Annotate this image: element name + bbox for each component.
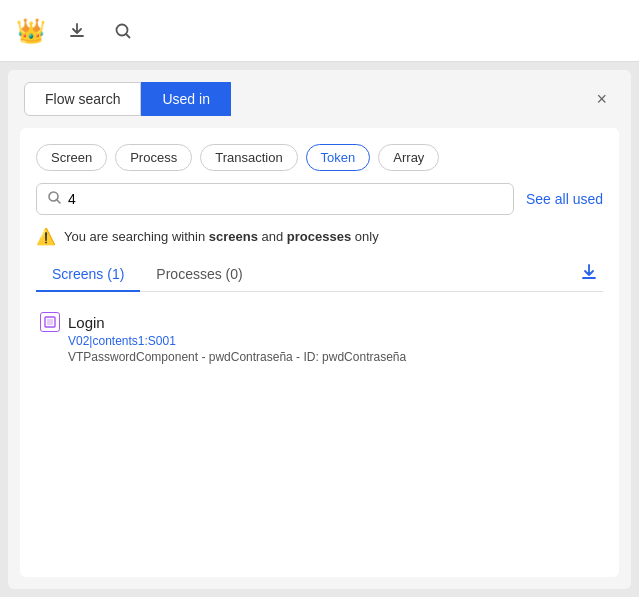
result-item-path: V02|contents1:S001 — [68, 334, 599, 348]
download-icon-button[interactable] — [58, 12, 96, 50]
main-panel: Flow search Used in × Screen Process Tra… — [8, 70, 631, 589]
result-item-name: Login — [68, 314, 105, 331]
close-button[interactable]: × — [588, 86, 615, 112]
toolbar: 👑 — [0, 0, 639, 62]
warning-text: You are searching within screens and pro… — [64, 229, 379, 244]
crown-icon: 👑 — [16, 17, 46, 45]
table-row[interactable]: Login V02|contents1:S001 VTPasswordCompo… — [36, 304, 603, 372]
app-container: 👑 Flow search Used in × Screen Pr — [0, 0, 639, 597]
result-item-title: Login — [40, 312, 599, 332]
result-tab-screens[interactable]: Screens (1) — [36, 258, 140, 292]
chip-process[interactable]: Process — [115, 144, 192, 171]
crown-icon-button[interactable]: 👑 — [12, 12, 50, 50]
search-icon-button[interactable] — [104, 12, 142, 50]
search-row: See all used — [36, 183, 603, 215]
chip-token[interactable]: Token — [306, 144, 371, 171]
search-input[interactable] — [68, 191, 503, 207]
content-area: Screen Process Transaction Token Array — [20, 128, 619, 577]
warning-row: ⚠️ You are searching within screens and … — [36, 227, 603, 246]
tab-used-in[interactable]: Used in — [141, 82, 230, 116]
search-icon — [47, 190, 62, 208]
result-list: Login V02|contents1:S001 VTPasswordCompo… — [36, 304, 603, 372]
chip-transaction[interactable]: Transaction — [200, 144, 297, 171]
chip-array[interactable]: Array — [378, 144, 439, 171]
tab-flow-search[interactable]: Flow search — [24, 82, 141, 116]
tab-row: Flow search Used in × — [8, 70, 631, 116]
download-icon — [67, 21, 87, 41]
result-item-detail: VTPasswordComponent - pwdContraseña - ID… — [68, 350, 599, 364]
search-icon — [113, 21, 133, 41]
see-all-used-link[interactable]: See all used — [526, 191, 603, 207]
download-results-icon — [579, 262, 599, 282]
filter-chips: Screen Process Transaction Token Array — [36, 144, 603, 171]
results-tabs: Screens (1) Processes (0) — [36, 258, 603, 292]
chip-screen[interactable]: Screen — [36, 144, 107, 171]
warning-icon: ⚠️ — [36, 227, 56, 246]
results-download-button[interactable] — [575, 258, 603, 291]
search-input-wrapper — [36, 183, 514, 215]
result-tab-processes[interactable]: Processes (0) — [140, 258, 258, 292]
svg-rect-3 — [47, 319, 53, 325]
screen-icon — [40, 312, 60, 332]
